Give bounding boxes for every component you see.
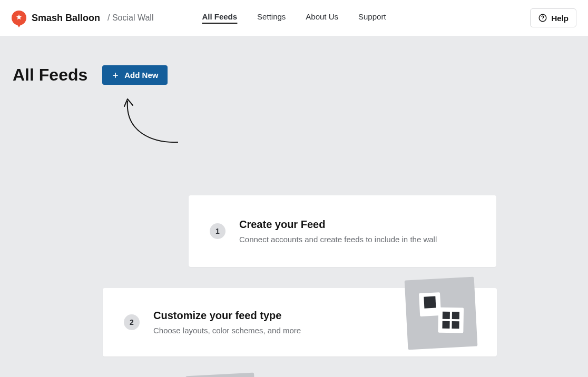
embed-illustration-icon: Embed bbox=[185, 373, 258, 377]
brand-name: Smash Balloon bbox=[32, 13, 100, 24]
help-label: Help bbox=[551, 14, 569, 23]
nav-about-us[interactable]: About Us bbox=[306, 12, 338, 24]
step-text-1: Create your Feed Connect accounts and cr… bbox=[239, 219, 437, 244]
step-card-2: 2 Customize your feed type Choose layout… bbox=[103, 288, 497, 356]
step-title-1: Create your Feed bbox=[239, 219, 437, 231]
nav-support[interactable]: Support bbox=[358, 12, 386, 24]
brand-sub: / Social Wall bbox=[107, 13, 153, 23]
add-new-button[interactable]: Add New bbox=[102, 65, 168, 85]
step-text-2: Customize your feed type Choose layouts,… bbox=[153, 310, 301, 335]
step-number-1: 1 bbox=[210, 223, 226, 239]
step-number-2: 2 bbox=[124, 314, 140, 330]
logo-area: Smash Balloon / Social Wall bbox=[12, 11, 153, 25]
title-row: All Feeds Add New bbox=[0, 36, 588, 85]
onboarding-arrow-icon bbox=[110, 95, 183, 150]
svg-point-1 bbox=[543, 19, 543, 20]
main-nav: All Feeds Settings About Us Support bbox=[202, 12, 386, 24]
step-card-1: 1 Create your Feed Connect accounts and … bbox=[189, 195, 496, 267]
step-desc-2: Choose layouts, color schemes, and more bbox=[153, 326, 301, 335]
help-icon bbox=[538, 13, 547, 23]
app-header: Smash Balloon / Social Wall All Feeds Se… bbox=[0, 0, 588, 36]
plus-icon bbox=[112, 72, 119, 79]
single-layout-icon bbox=[419, 292, 441, 316]
step-desc-1: Connect accounts and create feeds to inc… bbox=[239, 235, 437, 244]
nav-settings[interactable]: Settings bbox=[257, 12, 286, 24]
page-title: All Feeds bbox=[13, 65, 87, 85]
nav-all-feeds[interactable]: All Feeds bbox=[202, 12, 237, 24]
layout-illustration-icon bbox=[405, 277, 478, 350]
step-title-2: Customize your feed type bbox=[153, 310, 301, 322]
add-new-label: Add New bbox=[124, 71, 158, 80]
grid-layout-icon bbox=[438, 307, 464, 333]
help-button[interactable]: Help bbox=[530, 8, 576, 27]
smash-balloon-logo-icon bbox=[12, 11, 26, 25]
